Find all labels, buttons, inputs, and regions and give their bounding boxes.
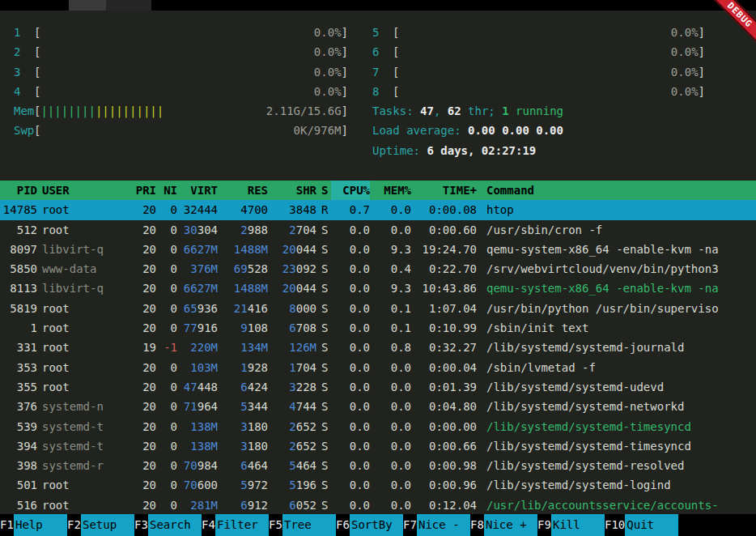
- process-row[interactable]: 8097 libvirt-q 20 0 6627M 1488M 20044 S …: [0, 240, 756, 259]
- cell-pri: 20: [113, 475, 156, 495]
- cpu-meters-left: 1[0.0%]2[0.0%]3[0.0%]4[0.0%]: [14, 23, 348, 101]
- cell-cpu: 0.0: [331, 318, 370, 338]
- meter-close-bracket: ]: [342, 121, 348, 140]
- cell-pid: 353: [0, 358, 37, 377]
- cell-ni: 0: [156, 200, 177, 219]
- cell-shr: 5464: [268, 456, 316, 475]
- function-key-item[interactable]: F6SortBy: [336, 514, 403, 536]
- cell-virt: 65936: [177, 299, 218, 318]
- cell-cpu: 0.0: [331, 338, 370, 357]
- process-row[interactable]: 501 root 20 0 70600 5972 5196 S 0.0 0.0 …: [0, 475, 756, 495]
- process-row[interactable]: 5819 root 20 0 65936 21416 8000 S 0.0 0.…: [0, 299, 756, 318]
- mem-bars-yellow: ||||||||||: [96, 104, 164, 117]
- memory-meter-label: Mem: [14, 101, 34, 121]
- process-row[interactable]: 398 systemd-r 20 0 70984 6464 5464 S 0.0…: [0, 456, 756, 475]
- cell-virt: 6627M: [177, 240, 218, 259]
- column-header-pid[interactable]: PID: [0, 181, 37, 200]
- fn-key: F6: [336, 514, 350, 536]
- function-key-item[interactable]: F7Nice -: [403, 514, 470, 536]
- function-key-item[interactable]: F5Tree: [269, 514, 336, 536]
- function-key-item[interactable]: F8Nice +: [470, 514, 537, 536]
- cell-s: S: [316, 338, 331, 357]
- cell-time: 0:00.98: [411, 456, 477, 475]
- cell-user: systemd-r: [37, 456, 113, 475]
- column-header-user[interactable]: USER: [37, 181, 113, 200]
- cell-virt: 138M: [177, 417, 218, 436]
- fn-key: F8: [470, 514, 484, 536]
- uptime-label: Uptime:: [372, 144, 427, 157]
- cell-res: 134M: [218, 338, 268, 357]
- cpu-meter: 1[0.0%]: [14, 23, 348, 42]
- cell-command: /lib/systemd/systemd-timesyncd: [477, 436, 756, 456]
- function-key-item[interactable]: F2Setup: [67, 514, 134, 536]
- cell-cpu: 0.0: [331, 358, 370, 377]
- fn-label: Help: [14, 514, 67, 536]
- cell-user: root: [37, 475, 113, 495]
- process-row[interactable]: 376 systemd-n 20 0 71964 5344 4744 S 0.0…: [0, 397, 756, 416]
- meter-close-bracket: ]: [342, 23, 348, 42]
- column-header-mem[interactable]: MEM%: [370, 181, 411, 200]
- process-row[interactable]: 539 systemd-t 20 0 138M 3180 2652 S 0.0 …: [0, 417, 756, 436]
- function-key-item[interactable]: F1Help: [0, 514, 67, 536]
- process-row[interactable]: 5850 www-data 20 0 376M 69528 23092 S 0.…: [0, 259, 756, 279]
- cell-cpu: 0.0: [331, 240, 370, 259]
- cell-cpu: 0.0: [331, 496, 370, 515]
- cell-mem: 0.0: [370, 417, 411, 436]
- uptime: Uptime: 6 days, 02:27:19: [372, 141, 705, 160]
- cell-s: S: [316, 299, 331, 318]
- process-row[interactable]: 331 root 19 -1 220M 134M 126M S 0.0 0.8 …: [0, 338, 756, 357]
- meters-area: 1[0.0%]2[0.0%]3[0.0%]4[0.0%] Mem[|||||||…: [0, 23, 756, 160]
- cell-pid: 376: [0, 397, 37, 416]
- cell-pri: 20: [113, 259, 156, 279]
- function-key-item[interactable]: F3Search: [134, 514, 202, 536]
- column-header-state[interactable]: S: [316, 181, 331, 200]
- cell-ni: 0: [156, 299, 177, 318]
- cell-ni: 0: [156, 436, 177, 456]
- column-header-virt[interactable]: VIRT: [177, 181, 218, 200]
- column-header-pri[interactable]: PRI: [113, 181, 156, 200]
- process-row[interactable]: 512 root 20 0 30304 2988 2704 S 0.0 0.0 …: [0, 220, 756, 240]
- cpu-meter-fill: [40, 42, 313, 62]
- cell-cpu: 0.0: [331, 377, 370, 397]
- cell-cpu: 0.0: [331, 259, 370, 279]
- cell-time: 0:12.04: [411, 496, 477, 515]
- cpu-value: 0.0%: [314, 82, 342, 101]
- process-row[interactable]: 516 root 20 0 281M 6912 6052 S 0.0 0.0 0…: [0, 496, 756, 515]
- process-row[interactable]: 1 root 20 0 77916 9108 6708 S 0.0 0.1 0:…: [0, 318, 756, 338]
- tasks-summary: Tasks: 47, 62 thr; 1 running: [372, 101, 705, 121]
- cell-pri: 20: [113, 496, 156, 515]
- cell-pid: 539: [0, 417, 37, 436]
- threads-count: 62: [448, 104, 461, 117]
- process-row[interactable]: 353 root 20 0 103M 1928 1704 S 0.0 0.0 0…: [0, 358, 756, 377]
- cell-user: root: [37, 200, 113, 219]
- cell-shr: 126M: [268, 338, 316, 357]
- function-key-item[interactable]: F9Kill: [537, 514, 605, 536]
- process-row[interactable]: 355 root 20 0 47448 6424 3228 S 0.0 0.0 …: [0, 377, 756, 397]
- cell-shr: 20044: [268, 240, 316, 259]
- column-header-res[interactable]: RES: [218, 181, 268, 200]
- cpu-meter: 8[0.0%]: [372, 82, 705, 101]
- process-row[interactable]: 394 systemd-t 20 0 138M 3180 2652 S 0.0 …: [0, 436, 756, 456]
- swap-meter-label: Swp: [14, 121, 34, 140]
- load-1min: 0.00: [468, 124, 495, 137]
- cell-res: 1928: [218, 358, 268, 377]
- column-header-cpu-sort[interactable]: CPU%: [331, 181, 370, 200]
- cell-shr: 2704: [268, 220, 316, 240]
- cpu-meter: 6[0.0%]: [372, 42, 705, 62]
- cell-user: systemd-n: [37, 397, 113, 416]
- column-header-time[interactable]: TIME+: [411, 181, 477, 200]
- cell-mem: 0.1: [370, 299, 411, 318]
- function-key-item[interactable]: F4Filter: [202, 514, 269, 536]
- memory-meter: Mem[||||||||||||||||||2.11G/15.6G]: [14, 101, 348, 121]
- tasks-label: Tasks:: [372, 104, 420, 117]
- column-header-command[interactable]: Command: [477, 181, 756, 200]
- process-row[interactable]: 8113 libvirt-q 20 0 6627M 1488M 20044 S …: [0, 279, 756, 298]
- fn-label: SortBy: [350, 514, 403, 536]
- meter-open-bracket: [: [34, 121, 40, 140]
- cell-mem: 0.0: [370, 358, 411, 377]
- cell-s: S: [316, 358, 331, 377]
- column-header-shr[interactable]: SHR: [268, 181, 316, 200]
- function-key-item[interactable]: F10Quit: [605, 514, 678, 536]
- process-row[interactable]: 14785 root 20 0 32444 4700 3848 R 0.7 0.…: [0, 200, 756, 219]
- column-header-ni[interactable]: NI: [156, 181, 177, 200]
